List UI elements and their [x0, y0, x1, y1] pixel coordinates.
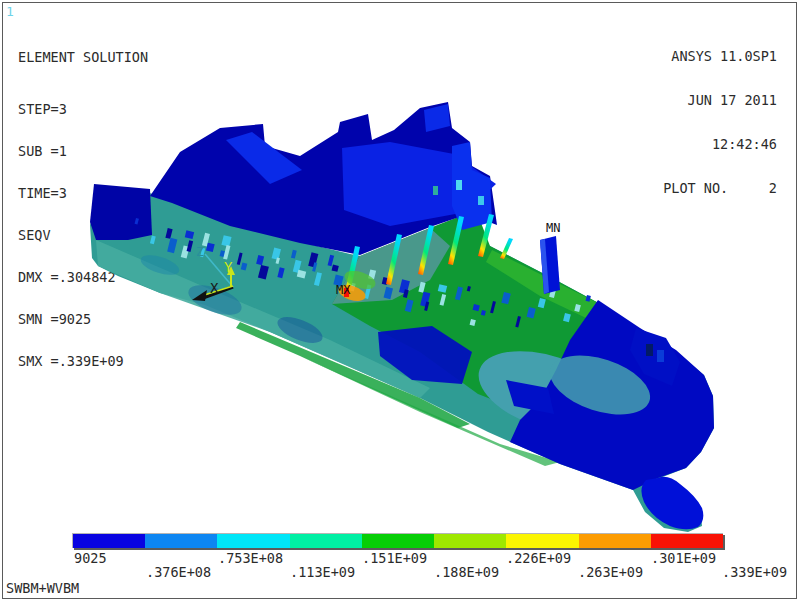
- legend-value: .301E+09: [651, 550, 716, 566]
- axis-y-label: Y: [224, 259, 233, 275]
- legend-value: 9025: [74, 550, 107, 566]
- legend-segment: [290, 534, 362, 548]
- contour-legend-bar: [72, 533, 723, 548]
- axis-z-label: Z: [196, 244, 204, 259]
- legend-segment: [362, 534, 434, 548]
- legend-value: .151E+09: [362, 550, 427, 566]
- bulbous-bow: [641, 477, 703, 529]
- legend-value: .339E+09: [722, 564, 787, 580]
- legend-value: .113E+09: [290, 564, 355, 580]
- legend-value: .188E+09: [434, 564, 499, 580]
- ansys-graphics-window: 1 ELEMENT SOLUTION STEP=3 SUB =1 TIME=3 …: [0, 0, 800, 602]
- load-case-title: SWBM+WVBM: [6, 580, 79, 596]
- legend-segment: [217, 534, 289, 548]
- legend-segment: [434, 534, 506, 548]
- axis-x-label: X: [210, 280, 219, 296]
- model-viewport[interactable]: MX MN Z Y X: [0, 0, 800, 602]
- legend-value: .376E+08: [146, 564, 211, 580]
- legend-value: .226E+09: [506, 550, 571, 566]
- legend-segment: [651, 534, 723, 548]
- min-stress-marker: MN: [546, 221, 560, 235]
- max-stress-marker: MX: [336, 283, 351, 297]
- legend-value: .753E+08: [218, 550, 283, 566]
- legend-segment: [145, 534, 217, 548]
- legend-segment: [73, 534, 145, 548]
- legend-segment: [506, 534, 578, 548]
- ship-fea-model: MX MN Z Y X: [0, 0, 800, 602]
- legend-segment: [579, 534, 651, 548]
- legend-value: .263E+09: [578, 564, 643, 580]
